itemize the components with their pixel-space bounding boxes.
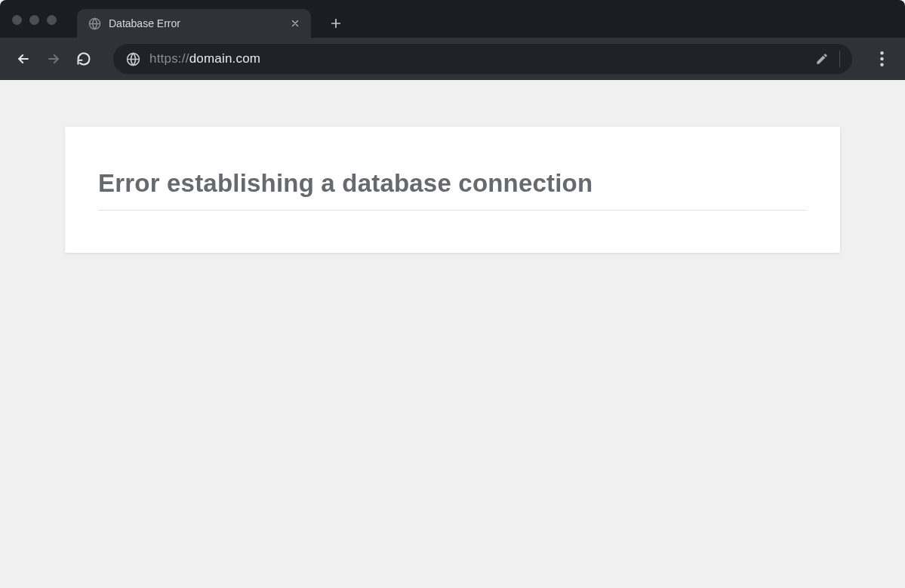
url-scheme: https:// <box>149 51 189 66</box>
url-text: https://domain.com <box>149 51 260 66</box>
close-icon[interactable] <box>288 17 302 30</box>
browser-tab[interactable]: Database Error <box>77 9 311 38</box>
reload-button[interactable] <box>71 46 97 72</box>
error-heading: Error establishing a database connection <box>98 169 807 211</box>
window-close-dot[interactable] <box>12 15 22 25</box>
error-card: Error establishing a database connection <box>65 127 840 253</box>
url-host: domain.com <box>189 51 261 66</box>
globe-icon <box>125 51 140 66</box>
omnibox-actions <box>815 51 840 67</box>
svg-point-3 <box>880 57 883 60</box>
tab-title: Database Error <box>109 17 281 29</box>
edit-icon[interactable] <box>815 52 829 66</box>
window-traffic-lights <box>12 15 57 25</box>
kebab-menu-button[interactable] <box>869 46 894 72</box>
globe-icon <box>88 17 101 30</box>
forward-button[interactable] <box>41 46 66 72</box>
page-viewport: Error establishing a database connection <box>0 80 905 588</box>
address-bar[interactable]: https://domain.com <box>113 44 852 74</box>
divider <box>839 51 840 67</box>
back-button[interactable] <box>11 46 36 72</box>
browser-toolbar: https://domain.com <box>0 38 905 80</box>
svg-point-2 <box>880 51 883 54</box>
window-zoom-dot[interactable] <box>47 15 57 25</box>
svg-point-4 <box>880 63 883 66</box>
new-tab-button[interactable] <box>325 12 347 35</box>
tab-strip: Database Error <box>0 0 905 38</box>
window-minimize-dot[interactable] <box>29 15 39 25</box>
